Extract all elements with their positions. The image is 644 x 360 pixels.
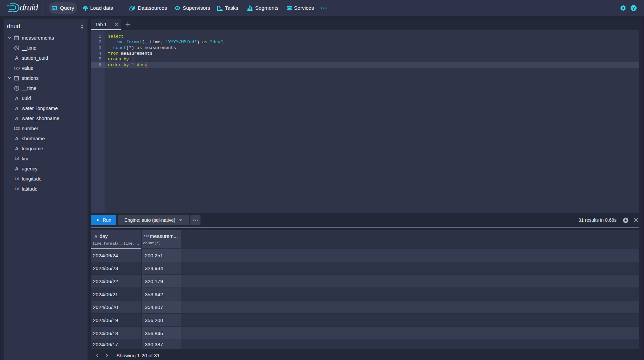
svg-text:?: ? [632, 6, 635, 11]
